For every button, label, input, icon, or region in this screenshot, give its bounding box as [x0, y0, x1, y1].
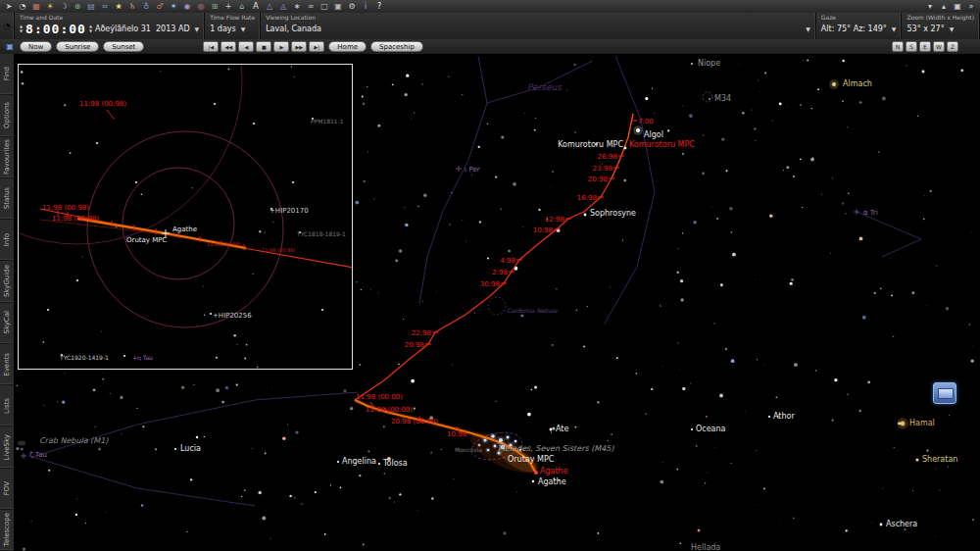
- date-stepper[interactable]: ▲ ▼: [89, 25, 92, 33]
- comet-icon[interactable]: ✶: [168, 2, 179, 12]
- sky-label[interactable]: Komurotoru MPC: [558, 140, 623, 149]
- side-tab-livesky[interactable]: LiveSky: [0, 426, 14, 468]
- sky-label[interactable]: Lucia: [180, 444, 201, 453]
- time-flow-dropdown-arrow[interactable]: ▼: [241, 25, 246, 32]
- side-tab-events[interactable]: Events: [0, 344, 14, 385]
- clock-reset-icon[interactable]: ◔: [17, 2, 28, 12]
- sky-label[interactable]: ι Per: [465, 166, 480, 174]
- side-tab-status[interactable]: Status: [0, 178, 14, 220]
- inset-label[interactable]: 11:98 (00:98): [262, 247, 295, 253]
- sky-view[interactable]: 7:0026:9823:9820:9816:9812:9810:984:982:…: [14, 54, 980, 551]
- play-forward-button[interactable]: ▶▶: [291, 41, 307, 52]
- crosshair-icon[interactable]: +: [222, 2, 234, 12]
- sky-label[interactable]: Almach: [843, 79, 872, 88]
- jump-start-button[interactable]: |◀: [203, 41, 219, 52]
- sky-label[interactable]: Sheratan: [922, 455, 957, 464]
- sky-label[interactable]: Moscovia: [455, 446, 482, 453]
- gaze-south-button[interactable]: S: [906, 41, 917, 52]
- location-icon[interactable]: ⊕: [72, 2, 83, 12]
- side-tab-skyguide[interactable]: SkyGuide: [0, 261, 14, 302]
- constellation-icon[interactable]: △: [264, 2, 275, 12]
- gaze-zenith-button[interactable]: Z: [947, 41, 958, 52]
- gaze-value[interactable]: Alt: 75° Az: 149°: [821, 25, 887, 33]
- star-icon[interactable]: ★: [113, 2, 124, 12]
- sky-label[interactable]: Perseus: [527, 82, 563, 92]
- sky-label[interactable]: Angelina: [342, 457, 376, 466]
- graph-icon[interactable]: ≈: [99, 2, 111, 12]
- inset-label[interactable]: +HIP20170: [270, 207, 309, 215]
- side-tab-favourites[interactable]: Favourites: [0, 137, 14, 178]
- now-button[interactable]: Now: [20, 41, 52, 52]
- side-tab-skycal[interactable]: SkyCal: [0, 303, 14, 344]
- side-tab-find[interactable]: Find: [0, 54, 14, 95]
- sky-label[interactable]: Sophrosyne: [590, 209, 636, 218]
- sky-label[interactable]: M34: [714, 94, 731, 103]
- inset-label[interactable]: TYC1818-1819-1: [296, 230, 346, 237]
- nebula-icon[interactable]: ◎: [195, 2, 207, 12]
- sky-label[interactable]: Ate: [556, 425, 568, 433]
- jump-end-button[interactable]: ▶|: [309, 41, 324, 52]
- stop-button[interactable]: ■: [256, 41, 271, 52]
- inset-label[interactable]: Orutay MPC: [126, 236, 167, 244]
- galaxy-icon[interactable]: ◉: [181, 2, 193, 12]
- inset-label[interactable]: 11:98 (00:98): [42, 204, 89, 212]
- date-dropdown-arrow[interactable]: ▼: [195, 25, 200, 32]
- sky-label[interactable]: Hamal: [909, 419, 935, 427]
- inset-label[interactable]: PPM1811-1: [311, 118, 344, 125]
- expand-icon[interactable]: ▴: [938, 2, 950, 12]
- inset-label[interactable]: 11:98 (00:98): [207, 241, 240, 247]
- inset-label[interactable]: Agathe: [172, 225, 197, 233]
- sun-icon[interactable]: ☀: [44, 2, 56, 12]
- sky-label[interactable]: Agathe: [540, 467, 568, 476]
- pointer-tool-icon[interactable]: ➤: [3, 2, 15, 12]
- saturn-icon[interactable]: ♄: [126, 2, 138, 12]
- step-forward-button[interactable]: ▶: [273, 41, 289, 52]
- moon-icon[interactable]: ☽: [58, 2, 70, 12]
- floating-panel-icon[interactable]: [933, 382, 956, 404]
- zoom-dropdown-arrow[interactable]: ▼: [950, 25, 955, 32]
- zoom-value[interactable]: 53° x 27°: [906, 25, 944, 33]
- gaze-dropdown-arrow[interactable]: ▼: [892, 25, 897, 32]
- side-tab-fov[interactable]: FOV: [0, 469, 14, 510]
- magnitude-icon[interactable]: ∗: [291, 2, 303, 12]
- sky-label[interactable]: α Tri: [863, 209, 878, 217]
- gaze-west-button[interactable]: W: [933, 41, 945, 52]
- time-stepper[interactable]: ▲ ▼: [20, 25, 23, 33]
- sky-label[interactable]: Agathe: [538, 477, 566, 486]
- sky-label[interactable]: Aschera: [886, 520, 917, 528]
- labels-icon[interactable]: A: [250, 2, 262, 12]
- more-icon[interactable]: »: [965, 2, 977, 12]
- calendar-icon[interactable]: ▦: [30, 2, 42, 12]
- sky-label[interactable]: Hellada: [691, 543, 720, 551]
- inset-label[interactable]: 11:98 (00:98): [79, 100, 126, 108]
- binoculars-icon[interactable]: ∞: [305, 2, 317, 12]
- info-icon[interactable]: i: [360, 2, 371, 12]
- settings-icon[interactable]: ⚙: [346, 2, 358, 12]
- side-tab-options[interactable]: Options: [0, 95, 14, 136]
- side-tab-info[interactable]: Info: [0, 220, 14, 261]
- sky-label[interactable]: Athor: [773, 412, 795, 421]
- step-backward-button[interactable]: ◀: [238, 41, 254, 52]
- inset-label[interactable]: +HIP20256: [213, 312, 252, 320]
- sky-label[interactable]: Algol: [644, 130, 663, 139]
- inset-label[interactable]: +η Tau: [132, 354, 153, 362]
- gaze-north-button[interactable]: N: [892, 41, 904, 52]
- sunset-button[interactable]: Sunset: [103, 41, 144, 52]
- help-icon[interactable]: ?: [373, 2, 385, 12]
- sky-label[interactable]: Niope: [698, 59, 720, 68]
- earth-icon[interactable]: ♁: [140, 2, 152, 12]
- sky-label[interactable]: Komurotoru MPC: [629, 140, 695, 149]
- mars-icon[interactable]: ♂: [154, 2, 166, 12]
- sky-label[interactable]: Crab Nebula (M1): [39, 436, 109, 445]
- sky-label[interactable]: Oceana: [696, 425, 726, 433]
- collapse-icon[interactable]: ▾: [924, 2, 936, 12]
- grid-icon[interactable]: ⊞: [209, 2, 220, 12]
- spaceship-button[interactable]: Spaceship: [370, 41, 423, 52]
- inset-label[interactable]: 11:98 (00:98): [52, 215, 99, 223]
- time-display[interactable]: 8:00:00: [25, 22, 86, 36]
- clock-toggle-button[interactable]: ◔: [0, 13, 15, 39]
- horizon-icon[interactable]: ⌂: [236, 2, 248, 12]
- sky-label[interactable]: ζ Tau: [29, 451, 47, 459]
- date-display[interactable]: Aðeýlãñelo 31 2013 AD: [95, 25, 190, 33]
- stepper-down-icon[interactable]: ▼: [20, 29, 23, 33]
